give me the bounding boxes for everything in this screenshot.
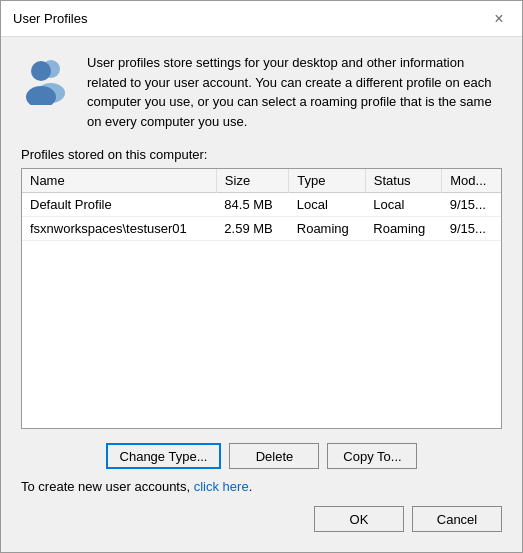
user-profiles-dialog: User Profiles × User profiles store sett…	[0, 0, 523, 553]
action-buttons-row: Change Type... Delete Copy To...	[21, 443, 502, 469]
table-cell: Roaming	[365, 217, 442, 241]
profiles-section-label: Profiles stored on this computer:	[21, 147, 502, 162]
table-cell: 9/15...	[442, 193, 501, 217]
col-header-mod: Mod...	[442, 169, 501, 193]
table-row[interactable]: Default Profile84.5 MBLocalLocal9/15...	[22, 193, 501, 217]
profiles-table: Name Size Type Status Mod... Default Pro…	[22, 169, 501, 241]
col-header-status: Status	[365, 169, 442, 193]
ok-button[interactable]: OK	[314, 506, 404, 532]
table-cell: 9/15...	[442, 217, 501, 241]
table-cell: Roaming	[289, 217, 366, 241]
table-cell: Local	[289, 193, 366, 217]
col-header-size: Size	[216, 169, 288, 193]
title-bar: User Profiles ×	[1, 1, 522, 37]
ok-cancel-row: OK Cancel	[21, 506, 502, 536]
table-cell: fsxnworkspaces\testuser01	[22, 217, 216, 241]
table-cell: Default Profile	[22, 193, 216, 217]
delete-button[interactable]: Delete	[229, 443, 319, 469]
info-section: User profiles store settings for your de…	[21, 53, 502, 131]
cancel-button[interactable]: Cancel	[412, 506, 502, 532]
info-description: User profiles store settings for your de…	[87, 53, 502, 131]
col-header-type: Type	[289, 169, 366, 193]
profiles-table-container: Name Size Type Status Mod... Default Pro…	[21, 168, 502, 429]
create-accounts-link[interactable]: click here	[194, 479, 249, 494]
change-type-button[interactable]: Change Type...	[106, 443, 222, 469]
dialog-title: User Profiles	[13, 11, 87, 26]
footer-link-suffix: .	[249, 479, 253, 494]
close-button[interactable]: ×	[488, 8, 510, 30]
table-cell: Local	[365, 193, 442, 217]
table-cell: 84.5 MB	[216, 193, 288, 217]
svg-point-2	[31, 61, 51, 81]
footer-link-row: To create new user accounts, click here.	[21, 479, 502, 494]
table-row[interactable]: fsxnworkspaces\testuser012.59 MBRoamingR…	[22, 217, 501, 241]
footer-link-prefix: To create new user accounts,	[21, 479, 194, 494]
user-icon	[21, 53, 73, 105]
copy-to-button[interactable]: Copy To...	[327, 443, 417, 469]
col-header-name: Name	[22, 169, 216, 193]
dialog-body: User profiles store settings for your de…	[1, 37, 522, 552]
table-header-row: Name Size Type Status Mod...	[22, 169, 501, 193]
table-cell: 2.59 MB	[216, 217, 288, 241]
